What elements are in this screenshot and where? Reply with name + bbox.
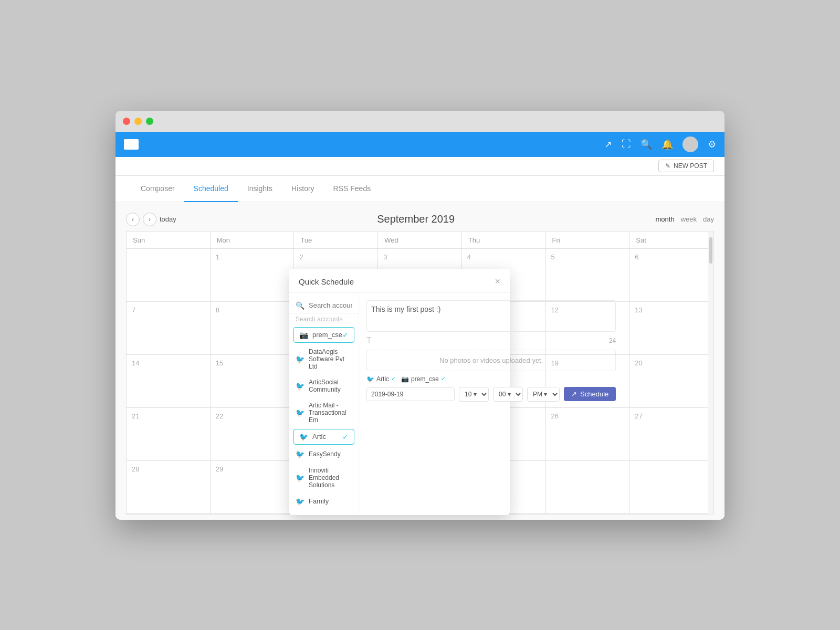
text-format-icon: T (366, 336, 372, 345)
account-name: EasySendy (309, 450, 341, 458)
schedule-icon: ↗ (571, 390, 577, 398)
account-left: 🐦 Innoviti Embedded Solutions (296, 467, 352, 489)
account-left: 🐦 Family (296, 497, 329, 506)
cal-cell: 13 (629, 302, 713, 354)
twitter-icon: 🐦 (299, 433, 308, 441)
account-name: DataAegis Software Pvt Ltd (309, 348, 352, 370)
close-button[interactable] (123, 118, 130, 125)
schedule-ampm-select[interactable]: PM ▾ (527, 387, 560, 402)
title-bar (116, 111, 724, 132)
schedule-date-input[interactable] (366, 387, 455, 401)
day-mon: Mon (211, 232, 295, 248)
schedule-button[interactable]: ↗ Schedule (564, 387, 616, 401)
calendar-grid: Sun Mon Tue Wed Thu Fri Sat 1 2 3 4 5 (126, 232, 714, 514)
tab-composer[interactable]: Composer (131, 176, 184, 202)
view-week-button[interactable]: week (681, 215, 697, 223)
schedule-hour-select[interactable]: 10 ▾ (459, 387, 489, 402)
twitter-icon: 🐦 (296, 474, 304, 482)
calendar-wrapper: ‹ › today September 2019 month week day … (116, 202, 724, 520)
header-left (124, 139, 139, 150)
maximize-button[interactable] (146, 118, 153, 125)
new-post-button[interactable]: ✎ NEW POST (658, 160, 714, 172)
scrollbar[interactable] (708, 232, 713, 514)
account-left: 🐦 ArticSocial Community (296, 379, 352, 393)
cal-cell: 8 (211, 302, 295, 354)
cal-cell: 21 (127, 408, 211, 460)
scrollbar-thumb[interactable] (709, 237, 712, 264)
date-label: 15 (216, 359, 223, 367)
twitter-icon: 🐦 (296, 408, 304, 417)
account-left: 🐦 Artic Mail - Transactional Em (296, 402, 352, 424)
date-label: 20 (635, 359, 642, 367)
check-icon: ✓ (342, 331, 349, 339)
share-icon[interactable]: ↗ (604, 139, 612, 150)
fullscreen-icon[interactable]: ⛶ (622, 139, 631, 150)
tab-scheduled[interactable]: Scheduled (184, 176, 238, 202)
preview-account-name: prem_cse (411, 375, 439, 383)
today-button[interactable]: today (160, 215, 176, 223)
cal-cell: 20 (629, 355, 713, 407)
cal-cell: 22 (211, 408, 295, 460)
view-day-button[interactable]: day (703, 215, 714, 223)
account-item-artic-social[interactable]: 🐦 ArticSocial Community (289, 374, 359, 397)
date-label: 8 (216, 306, 219, 314)
account-item-dataAegis[interactable]: 🐦 DataAegis Software Pvt Ltd (289, 344, 359, 374)
account-item-artic[interactable]: 🐦 Artic ✓ (293, 429, 354, 445)
cal-cell: 15 (211, 355, 295, 407)
tab-history[interactable]: History (282, 176, 324, 202)
app-logo (124, 139, 139, 150)
tab-insights[interactable]: Insights (238, 176, 282, 202)
schedule-row: 10 ▾ 00 ▾ PM ▾ ↗ (366, 387, 616, 402)
date-label: 21 (132, 412, 139, 420)
cal-cell: 6 (629, 249, 713, 301)
accounts-preview: 🐦 Artic ✓ 📷 prem_cse ✓ (366, 375, 616, 383)
search-icon: 🔍 (296, 301, 304, 310)
schedule-label: Schedule (580, 390, 608, 398)
account-item-easysendy[interactable]: 🐦 EasySendy (289, 446, 359, 463)
cal-cell (629, 461, 713, 513)
settings-icon[interactable]: ⚙ (708, 139, 716, 150)
char-count: 24 (609, 337, 616, 344)
cal-cell: 29 (211, 461, 295, 513)
edit-icon: ✎ (665, 162, 670, 170)
toolbar-row: ✎ NEW POST (116, 157, 724, 176)
modal-close-button[interactable]: × (495, 276, 500, 287)
account-name: Artic (312, 433, 326, 440)
date-label: 13 (635, 306, 642, 314)
twitter-icon: 🐦 (296, 355, 304, 363)
twitter-icon: 🐦 (296, 497, 304, 506)
schedule-minute-select[interactable]: 00 ▾ (493, 387, 523, 402)
day-fri: Fri (546, 232, 630, 248)
account-search-box: 🔍 (289, 298, 359, 313)
search-icon[interactable]: 🔍 (640, 139, 652, 150)
account-item-innoviti[interactable]: 🐦 Innoviti Embedded Solutions (289, 463, 359, 493)
date-label: 14 (132, 359, 139, 367)
cal-cell: 28 (127, 461, 211, 513)
char-count-row: T 24 (366, 336, 616, 345)
tabs-row: Composer Scheduled Insights History RSS … (116, 176, 724, 202)
prev-month-button[interactable]: ‹ (126, 213, 140, 226)
bell-icon[interactable]: 🔔 (662, 139, 673, 150)
date-label: 5 (551, 253, 555, 261)
search-hint-label: Search accounts (289, 316, 359, 326)
avatar[interactable] (682, 136, 698, 152)
account-left: 🐦 EasySendy (296, 450, 341, 458)
account-item-artic-mail[interactable]: 🐦 Artic Mail - Transactional Em (289, 397, 359, 428)
cal-cell: 14 (127, 355, 211, 407)
next-month-button[interactable]: › (143, 213, 156, 226)
account-item-prem-cse[interactable]: 📷 prem_cse ✓ (293, 327, 354, 343)
main-content: Composer Scheduled Insights History RSS … (116, 176, 724, 520)
cal-cell (127, 249, 211, 301)
account-search-input[interactable] (309, 301, 352, 309)
account-name: ArticSocial Community (309, 379, 352, 393)
twitter-icon: 🐦 (296, 382, 304, 390)
view-month-button[interactable]: month (656, 215, 675, 223)
tab-rss[interactable]: RSS Feeds (324, 176, 381, 202)
instagram-icon-small: 📷 (401, 375, 409, 383)
cal-cell: 1 (211, 249, 295, 301)
app-header: ↗ ⛶ 🔍 🔔 ⚙ (116, 132, 724, 157)
account-name: Family (309, 497, 329, 505)
account-item-family[interactable]: 🐦 Family (289, 493, 359, 510)
minimize-button[interactable] (134, 118, 142, 125)
modal-post-panel: This is my first post :) T 24 No photos … (359, 293, 623, 515)
